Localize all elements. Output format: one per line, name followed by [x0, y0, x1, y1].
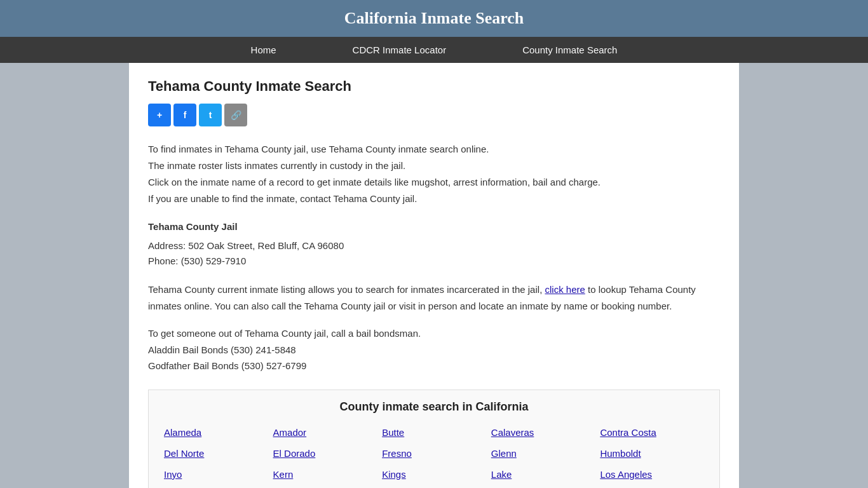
county-link[interactable]: Del Norte	[164, 445, 268, 462]
nav-cdcr[interactable]: CDCR Inmate Locator	[315, 37, 485, 63]
county-link[interactable]: Fresno	[382, 445, 486, 462]
county-link[interactable]: Inyo	[164, 466, 268, 483]
county-link[interactable]: Calaveras	[491, 424, 595, 441]
page-title: Tehama County Inmate Search	[148, 78, 720, 95]
intro-line-1: To find inmates in Tehama County jail, u…	[148, 142, 720, 157]
county-link[interactable]: Butte	[382, 424, 486, 441]
click-here-link[interactable]: click here	[545, 284, 585, 295]
county-link[interactable]: Contra Costa	[600, 424, 704, 441]
county-link[interactable]: Lake	[491, 466, 595, 483]
jail-info-block: Tehama County Jail Address: 502 Oak Stre…	[148, 219, 720, 269]
county-link[interactable]: Glenn	[491, 445, 595, 462]
county-section-title: County inmate search in California	[164, 400, 704, 414]
share-button[interactable]: +	[148, 104, 171, 126]
jail-phone: Phone: (530) 529-7910	[148, 254, 720, 269]
social-buttons-container: + f t 🔗	[148, 104, 720, 126]
county-grid: AlamedaAmadorButteCalaverasContra CostaD…	[164, 424, 704, 483]
facebook-icon: f	[184, 110, 187, 120]
twitter-button[interactable]: t	[199, 104, 222, 126]
county-link[interactable]: Kings	[382, 466, 486, 483]
bail-info-block: To get someone out of Tehama County jail…	[148, 325, 720, 374]
county-link[interactable]: Humboldt	[600, 445, 704, 462]
county-section: County inmate search in California Alame…	[148, 390, 720, 489]
county-link[interactable]: El Dorado	[273, 445, 377, 462]
facebook-button[interactable]: f	[173, 104, 196, 126]
county-link[interactable]: Kern	[273, 466, 377, 483]
bail-line-2: Aladdin Bail Bonds (530) 241-5848	[148, 342, 720, 358]
nav-home[interactable]: Home	[213, 37, 315, 63]
copy-link-button[interactable]: 🔗	[224, 104, 247, 126]
intro-text-block: To find inmates in Tehama County jail, u…	[148, 142, 720, 207]
jail-address: Address: 502 Oak Street, Red Bluff, CA 9…	[148, 238, 720, 254]
link-icon: 🔗	[231, 110, 241, 120]
bail-line-3: Godfather Bail Bonds (530) 527-6799	[148, 358, 720, 374]
main-content: Tehama County Inmate Search + f t 🔗 To f…	[129, 63, 739, 488]
jail-section-title: Tehama County Jail	[148, 219, 720, 234]
county-link[interactable]: Alameda	[164, 424, 268, 441]
county-link[interactable]: Amador	[273, 424, 377, 441]
twitter-icon: t	[209, 110, 212, 120]
navigation: Home CDCR Inmate Locator County Inmate S…	[0, 37, 868, 63]
listing-text-block: Tehama County current inmate listing all…	[148, 281, 720, 314]
county-link[interactable]: Los Angeles	[600, 466, 704, 483]
intro-line-3: Click on the inmate name of a record to …	[148, 175, 720, 190]
bail-line-1: To get someone out of Tehama County jail…	[148, 325, 720, 342]
nav-county[interactable]: County Inmate Search	[484, 37, 655, 63]
intro-line-4: If you are unable to find the inmate, co…	[148, 191, 720, 207]
site-header: California Inmate Search	[0, 0, 868, 37]
share-icon: +	[157, 110, 162, 120]
site-title: California Inmate Search	[13, 9, 855, 28]
listing-text-before: Tehama County current inmate listing all…	[148, 284, 545, 295]
intro-line-2: The inmate roster lists inmates currentl…	[148, 158, 720, 173]
